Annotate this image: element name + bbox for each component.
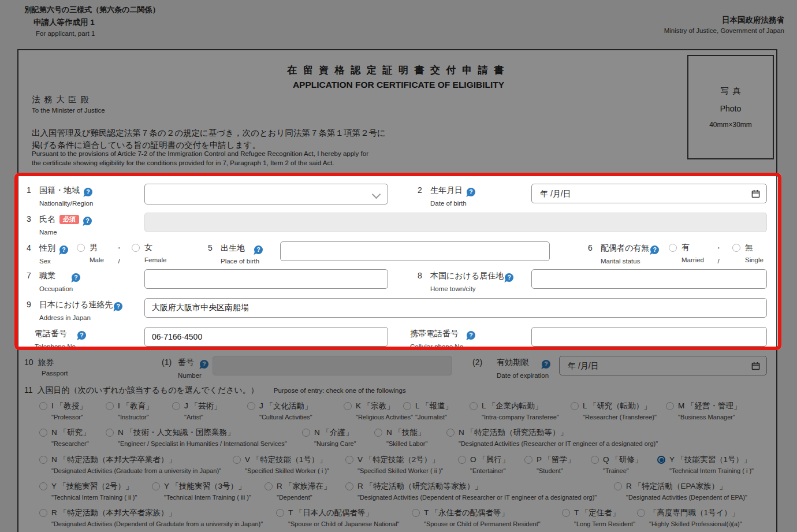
marital-option-single[interactable]: 無Single <box>732 243 764 263</box>
purpose-option[interactable]: L 「研究（転勤）」"Researcher (Transferee)" <box>571 401 657 421</box>
purpose-option[interactable]: N 「特定活動（研究活動等）」"Designated Activities (R… <box>446 427 658 447</box>
radio-unchecked-icon[interactable] <box>470 402 478 410</box>
help-icon[interactable]: ? <box>542 360 550 369</box>
passport-expiry-date-input[interactable]: 年 /月/日 <box>559 356 767 375</box>
radio-unchecked-icon[interactable] <box>233 456 241 464</box>
sex-option-male[interactable]: 男Male <box>77 243 104 263</box>
purpose-option[interactable]: N 「技術・人文知識・国際業務」"Engineer / Specialist i… <box>106 427 287 447</box>
radio-unchecked-icon[interactable] <box>524 456 532 464</box>
birthdate-date-input[interactable]: 年 /月/日 <box>531 184 767 203</box>
purpose-option[interactable]: T 「日本人の配偶者等」"Spouse or Child of Japanese… <box>276 508 399 527</box>
radio-unchecked-icon[interactable] <box>302 429 310 437</box>
purpose-option[interactable]: T 「永住者の配偶者等」"Spouse or Child of Permanen… <box>412 508 541 527</box>
help-icon[interactable]: ? <box>650 245 659 254</box>
help-icon[interactable]: ? <box>467 188 475 196</box>
cellphone-label-jp: 携帯電話番号 <box>410 329 459 338</box>
radio-unchecked-icon[interactable] <box>458 456 466 464</box>
purpose-option[interactable]: Y 「技能実習（3号）」"Technical Intern Training (… <box>152 481 251 501</box>
purpose-option[interactable]: N 「研究」"Researcher" <box>39 427 91 447</box>
address-japan-input[interactable] <box>144 298 767 318</box>
help-icon[interactable]: ? <box>505 273 513 282</box>
radio-unchecked-icon[interactable] <box>276 509 284 517</box>
purpose-option[interactable]: N 「技能」"Skilled Labor" <box>374 427 427 447</box>
radio-unchecked-icon[interactable] <box>39 402 47 410</box>
birthplace-input[interactable] <box>280 241 550 261</box>
purpose-option[interactable]: R 「特定活動（EPA家族）」"Designated Activities (D… <box>614 481 747 501</box>
help-icon[interactable]: ? <box>200 360 208 369</box>
government-label-en: Ministry of Justice, Government of Japan <box>664 27 784 34</box>
purpose-option[interactable]: N 「特定活動（本邦大学卒業者）」"Designated Activities … <box>39 455 221 474</box>
radio-unchecked-icon[interactable] <box>39 509 47 517</box>
help-icon[interactable]: ? <box>72 273 80 282</box>
radio-unchecked-icon[interactable] <box>562 509 570 517</box>
radio-unchecked-icon[interactable] <box>106 429 114 437</box>
purpose-option-selected[interactable]: Y 「技能実習（1号）」"Technical Intern Training (… <box>657 455 754 474</box>
radio-unchecked-icon[interactable] <box>152 482 160 490</box>
purpose-option[interactable]: Y 「技能実習（2号）」"Technical Intern Training (… <box>39 481 137 501</box>
purpose-option[interactable]: V 「特定技能（1号）」"Specified Skilled Worker ( … <box>233 455 329 474</box>
purpose-option[interactable]: L 「企業内転勤」"Intra-company Transferee" <box>470 401 559 421</box>
sex-separator: ・/ <box>114 243 124 265</box>
radio-unchecked-icon[interactable] <box>446 429 455 437</box>
radio-unchecked-icon[interactable] <box>132 244 140 252</box>
purpose-option[interactable]: I 「教授」"Professor" <box>39 401 87 421</box>
purpose-option[interactable]: J 「文化活動」"Cultural Activities" <box>247 401 312 421</box>
radio-unchecked-icon[interactable] <box>614 482 622 490</box>
purpose-option[interactable]: R 「特定活動（研究活動等家族）」"Designated Activities … <box>345 481 597 501</box>
radio-unchecked-icon[interactable] <box>732 244 740 252</box>
nationality-select[interactable] <box>144 184 388 204</box>
help-icon[interactable]: ? <box>59 245 68 254</box>
marital-option-married[interactable]: 有Married <box>669 243 704 263</box>
field2-label-en: Date of birth <box>430 200 475 207</box>
radio-unchecked-icon[interactable] <box>666 402 674 410</box>
radio-unchecked-icon[interactable] <box>39 482 47 490</box>
radio-unchecked-icon[interactable] <box>345 456 353 464</box>
radio-unchecked-icon[interactable] <box>77 244 85 252</box>
radio-unchecked-icon[interactable] <box>403 402 411 410</box>
radio-unchecked-icon[interactable] <box>637 509 645 517</box>
purpose-option[interactable]: R 「家族滞在」"Dependent" <box>265 481 332 501</box>
hometown-input[interactable] <box>531 269 767 289</box>
help-icon[interactable]: ? <box>254 245 263 254</box>
radio-unchecked-icon[interactable] <box>591 456 599 464</box>
cellphone-input[interactable] <box>531 327 767 347</box>
radio-unchecked-icon[interactable] <box>39 429 47 437</box>
radio-unchecked-icon[interactable] <box>172 402 180 410</box>
purpose-option[interactable]: L 「報道」"Journalist" <box>403 401 453 421</box>
telephone-input[interactable] <box>144 327 388 347</box>
purpose-option[interactable]: O 「興行」"Entertainer" <box>458 455 509 474</box>
sex-option-female[interactable]: 女Female <box>132 243 166 263</box>
help-icon[interactable]: ? <box>467 331 475 340</box>
calendar-icon[interactable] <box>751 362 760 373</box>
purpose-option[interactable]: T 「定住者」"Long Term Resident" <box>562 508 635 527</box>
occupation-input[interactable] <box>144 269 388 289</box>
radio-unchecked-icon[interactable] <box>669 244 677 252</box>
purpose-option[interactable]: J 「芸術」"Artist" <box>172 401 222 421</box>
radio-unchecked-icon[interactable] <box>39 456 47 464</box>
radio-unchecked-icon[interactable] <box>344 402 352 410</box>
purpose-option[interactable]: Q 「研修」"Trainee" <box>591 455 642 474</box>
radio-unchecked-icon[interactable] <box>571 402 579 410</box>
help-icon[interactable]: ? <box>114 302 122 311</box>
radio-unchecked-icon[interactable] <box>412 509 420 517</box>
help-icon[interactable]: ? <box>77 331 86 340</box>
field5-number: 5 <box>208 244 216 252</box>
purpose-option[interactable]: I 「教育」"Instructor" <box>106 401 154 421</box>
purpose-option[interactable]: M 「経営・管理」"Business Manager" <box>666 401 742 421</box>
radio-checked-icon[interactable] <box>657 456 665 464</box>
help-icon[interactable]: ? <box>83 217 92 225</box>
help-icon[interactable]: ? <box>84 188 92 196</box>
radio-unchecked-icon[interactable] <box>374 429 382 437</box>
purpose-option[interactable]: 「高度専門職（1号イ）」"Highly Skilled Professional… <box>637 508 742 527</box>
male-label-jp: 男 <box>90 243 104 253</box>
purpose-option[interactable]: N 「介護」"Nursing Care" <box>302 427 356 447</box>
radio-unchecked-icon[interactable] <box>247 402 255 410</box>
purpose-option[interactable]: R 「特定活動（本邦大卒者家族）」"Designated Activities … <box>39 508 263 527</box>
purpose-option[interactable]: K 「宗教」"Religious Activities" <box>344 401 413 421</box>
purpose-option[interactable]: V 「特定技能（2号）」"Specified Skilled Worker ( … <box>345 455 443 474</box>
calendar-icon[interactable] <box>751 189 760 200</box>
radio-unchecked-icon[interactable] <box>106 402 114 410</box>
purpose-option[interactable]: P 「留学」"Student" <box>524 455 575 474</box>
radio-unchecked-icon[interactable] <box>265 482 273 490</box>
radio-unchecked-icon[interactable] <box>345 482 353 490</box>
